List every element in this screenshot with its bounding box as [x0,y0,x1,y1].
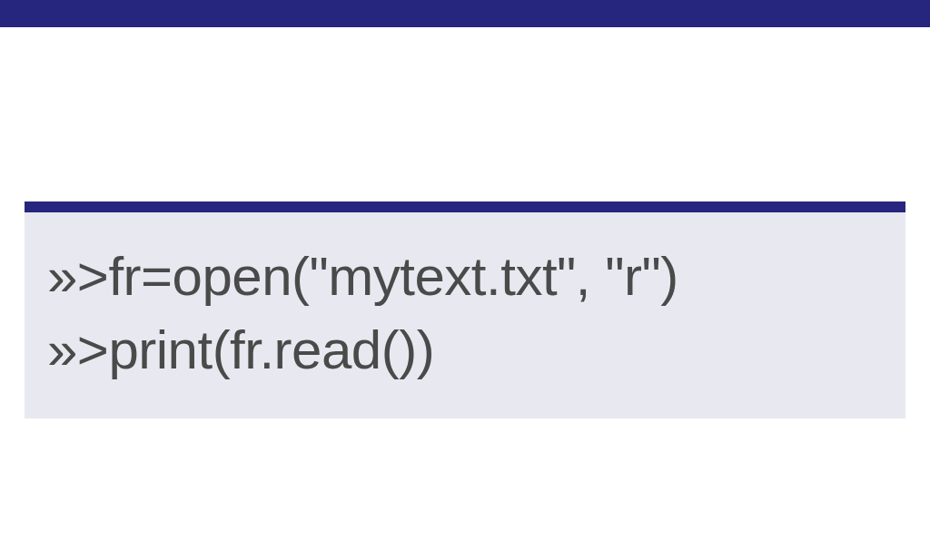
code-line-2: »>print(fr.read()) [47,313,883,387]
code-line-1: »>fr=open("mytext.txt", "r") [47,240,883,313]
code-block: »>fr=open("mytext.txt", "r") »>print(fr.… [25,201,905,418]
header-bar [0,0,930,27]
